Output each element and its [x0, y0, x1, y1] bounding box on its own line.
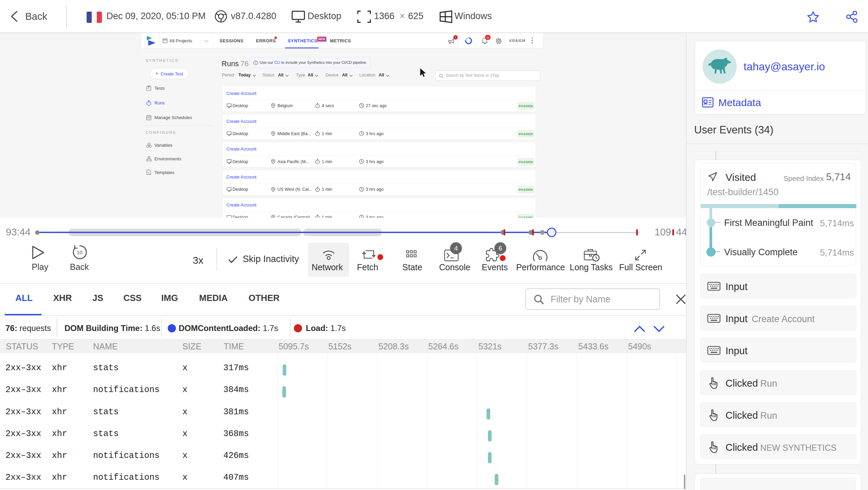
svg-text:10: 10 [77, 249, 83, 255]
